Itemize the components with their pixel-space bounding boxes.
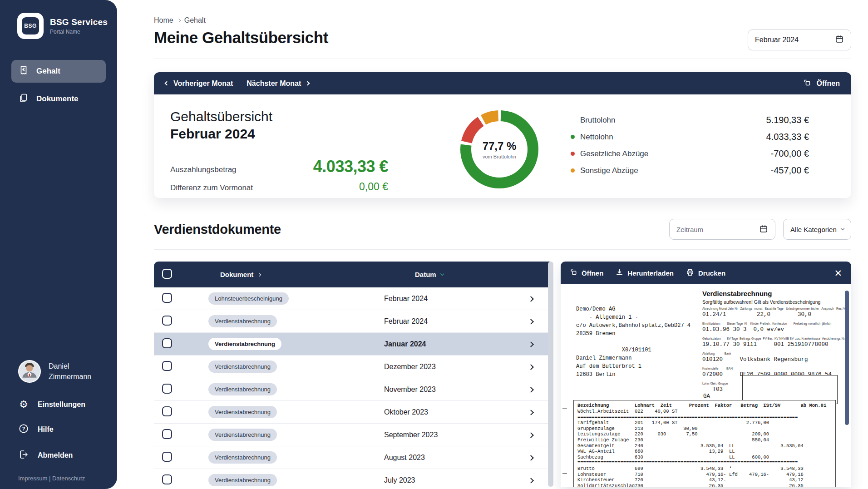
document-type-badge: Verdienstabrechnung <box>208 429 277 441</box>
chevron-down-icon <box>841 227 844 230</box>
preview-toolbar: Öffnen Herunterladen <box>561 262 851 284</box>
legend-dot <box>571 135 575 139</box>
row-checkbox[interactable] <box>162 429 172 439</box>
table-row[interactable]: Verdienstabrechnung August 2023 <box>154 446 553 469</box>
sidebar: BSG BSG Services Portal Name € Gehalt <box>0 0 117 489</box>
open-overview-button[interactable]: Öffnen <box>803 79 840 89</box>
printer-icon <box>686 268 694 278</box>
download-icon <box>616 268 623 277</box>
payslip-title: Verdienstabrechnung <box>702 290 772 297</box>
salary-card-body: Gehaltsübersicht Februar 2024 Auszahlung… <box>154 94 851 198</box>
payslip-ga-label: GA <box>703 393 710 400</box>
sidebar-item-gehalt[interactable]: € Gehalt <box>11 60 106 83</box>
document-type-badge: Lohnsteuerbescheinigung <box>208 292 289 305</box>
sidebar-item-dokumente[interactable]: Dokumente <box>11 88 106 110</box>
table-row[interactable]: Lohnsteuerbescheinigung Februar 2024 <box>154 287 553 310</box>
column-header-dokument[interactable]: Dokument <box>186 271 360 278</box>
document-type-badge: Verdienstabrechnung <box>208 451 277 464</box>
chevron-right-icon <box>528 341 534 347</box>
document-type-badge: Verdienstabrechnung <box>208 383 277 395</box>
datenschutz-link[interactable]: Datenschutz <box>52 475 85 482</box>
table-row[interactable]: Verdienstabrechnung Januar 2024 <box>154 333 553 356</box>
table-row[interactable]: Verdienstabrechnung July 2023 <box>154 469 553 487</box>
print-button[interactable]: Drucken <box>686 268 725 278</box>
document-type-badge: Verdienstabrechnung <box>208 361 277 373</box>
payslip-table: Bezeichnung Lohnart Zeit Prozent Faktor … <box>573 400 836 487</box>
user-profile[interactable]: Daniel Zimmermann <box>18 360 108 383</box>
category-filter-dropdown[interactable]: Alle Kategorien <box>783 219 851 240</box>
payout-row: Auszahlungsbetrag 4.033,33 € <box>170 157 388 176</box>
zeitraum-date-filter[interactable]: Zeitraum <box>669 219 775 240</box>
fold-mark <box>562 408 567 409</box>
row-checkbox[interactable] <box>162 293 172 303</box>
impressum-link[interactable]: Impressum <box>18 475 47 482</box>
row-checkbox[interactable] <box>162 316 172 326</box>
calendar-icon <box>835 35 844 45</box>
bsg-logo-initials: BSG <box>22 17 39 35</box>
sort-desc-icon <box>440 272 444 275</box>
row-checkbox[interactable] <box>162 361 172 371</box>
table-row[interactable]: Verdienstabrechnung Februar 2024 <box>154 310 553 333</box>
document-date: August 2023 <box>360 454 513 462</box>
row-checkbox[interactable] <box>162 452 172 462</box>
open-external-icon <box>570 268 577 277</box>
receipt-euro-icon: € <box>18 65 29 78</box>
payslip-preview: Verdienstabrechnung Sorgfältig aufbewahr… <box>561 284 851 487</box>
document-type-badge: Verdienstabrechnung <box>208 338 281 350</box>
table-scrollbar[interactable] <box>548 262 553 487</box>
payslip-info-row: Geburtsdatum SV-Tage Beitrags-Gruppe PV-… <box>702 337 846 348</box>
preview-scrollbar[interactable] <box>845 291 849 425</box>
breadcrumb-gehalt: Gehalt <box>184 16 206 25</box>
table-row[interactable]: Verdienstabrechnung November 2023 <box>154 378 553 401</box>
sidebar-nav: € Gehalt Dokumente <box>0 60 117 110</box>
month-picker[interactable]: Februar 2024 <box>748 30 851 50</box>
chevron-right-icon <box>306 81 310 86</box>
sort-icon <box>257 272 261 276</box>
breadcrumb-home[interactable]: Home <box>154 16 173 25</box>
document-date: Oktober 2023 <box>360 408 513 416</box>
overview-title: Gehaltsübersicht Februar 2024 <box>170 108 388 143</box>
logout-icon <box>18 449 29 462</box>
calendar-icon <box>759 224 768 235</box>
close-icon[interactable]: ✕ <box>834 268 842 278</box>
chevron-right-icon <box>528 455 534 461</box>
sidebar-item-label: Gehalt <box>36 67 60 76</box>
help-icon: ? <box>18 423 29 436</box>
download-button[interactable]: Herunterladen <box>616 268 674 277</box>
page-title: Meine Gehaltsübersicht <box>154 29 851 47</box>
row-checkbox[interactable] <box>162 406 172 416</box>
table-row[interactable]: Verdienstabrechnung September 2023 <box>154 424 553 446</box>
row-checkbox[interactable] <box>162 384 172 394</box>
row-checkbox[interactable] <box>162 338 172 348</box>
salary-card-header: Vorheriger Monat Nächster Monat Öffnen <box>154 72 851 94</box>
user-name: Daniel Zimmermann <box>49 361 91 382</box>
svg-text:€: € <box>22 67 25 72</box>
difference-row: Differenz zum Vormonat 0,00 € <box>170 181 388 193</box>
previous-month-button[interactable]: Vorheriger Monat <box>165 79 233 88</box>
sidebar-item-hilfe[interactable]: ? Hilfe <box>18 423 108 436</box>
salary-overview-card: Vorheriger Monat Nächster Monat Öffnen <box>154 72 851 198</box>
sidebar-item-abmelden[interactable]: Abmelden <box>18 449 108 462</box>
table-header-row: Dokument Datum <box>154 262 553 287</box>
chevron-right-icon <box>528 432 534 438</box>
next-month-button[interactable]: Nächster Monat <box>247 79 309 88</box>
document-date: July 2023 <box>360 476 513 484</box>
row-checkbox[interactable] <box>162 474 172 484</box>
chevron-right-icon <box>528 319 534 325</box>
payslip-address-block: Demo/Demo AG - Allgemein 1 -c/o Autowerk… <box>576 305 690 379</box>
open-document-button[interactable]: Öffnen <box>570 268 603 277</box>
select-all-checkbox[interactable] <box>162 269 172 279</box>
payslip-info-row: Eintrittsdatum Steuer Tage Kl Kinder-Fre… <box>702 322 846 333</box>
sidebar-item-einstellungen[interactable]: ⚙ Einstellungen <box>18 399 108 410</box>
difference-amount: 0,00 € <box>359 181 388 193</box>
document-type-badge: Verdienstabrechnung <box>208 474 277 486</box>
chevron-right-icon <box>177 19 180 22</box>
document-date: Dezember 2023 <box>360 363 513 371</box>
table-row[interactable]: Verdienstabrechnung Oktober 2023 <box>154 401 553 424</box>
legend-row: Gesetzliche Abzüge -700,00 € <box>571 145 809 162</box>
legend-row: Sonstige Abzüge -457,00 € <box>571 162 809 179</box>
chevron-right-icon <box>528 364 534 370</box>
legend-dot <box>571 168 575 173</box>
table-row[interactable]: Verdienstabrechnung Dezember 2023 <box>154 356 553 378</box>
column-header-datum[interactable]: Datum <box>360 271 513 278</box>
